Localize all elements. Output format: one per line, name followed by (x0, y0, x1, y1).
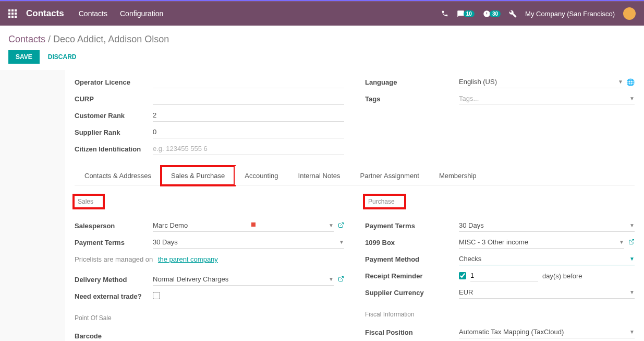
breadcrumb: Contacts / Deco Addict, Addison Olson (8, 34, 636, 45)
phone-icon[interactable] (441, 10, 448, 17)
breadcrumb-root[interactable]: Contacts (8, 34, 45, 44)
external-link-icon[interactable] (338, 276, 344, 284)
nav-configuration[interactable]: Configuration (120, 9, 163, 18)
supplier-rank-label: Supplier Rank (75, 128, 153, 136)
payment-method-label: Payment Method (365, 255, 459, 263)
salesperson-select[interactable] (153, 219, 334, 232)
curp-label: CURP (75, 95, 153, 103)
messages-icon[interactable]: 10 (457, 10, 475, 18)
language-select[interactable] (459, 76, 623, 88)
payment-method-select[interactable] (459, 253, 635, 265)
salesperson-label: Salesperson (75, 222, 153, 230)
caret-down-icon: ▼ (629, 256, 635, 262)
fiscal-position-select[interactable] (459, 326, 635, 338)
external-trade-label: Need external trade? (75, 292, 153, 300)
receipt-reminder-checkbox[interactable] (459, 272, 466, 279)
breadcrumb-current: Deco Addict, Addison Olson (53, 34, 169, 44)
receipt-reminder-days-input[interactable] (470, 270, 538, 281)
tabs: Contacts & Addresses Sales & Purchase Ac… (75, 166, 635, 185)
tab-internal-notes[interactable]: Internal Notes (288, 166, 350, 185)
caret-down-icon: ▼ (629, 289, 635, 295)
customer-rank-input[interactable] (153, 109, 344, 122)
external-trade-checkbox[interactable] (153, 292, 160, 299)
user-avatar[interactable] (623, 7, 636, 20)
receipt-reminder-label: Receipt Reminder (365, 272, 459, 280)
tab-accounting[interactable]: Accounting (235, 166, 288, 185)
sales-section-header: Sales (75, 196, 103, 207)
tab-sales-purchase[interactable]: Sales & Purchase (161, 166, 235, 185)
sales-payment-terms-label: Payment Terms (75, 239, 153, 246)
nav-contacts[interactable]: Contacts (79, 9, 107, 18)
receipt-reminder-suffix: day(s) before (542, 272, 582, 280)
curp-input[interactable] (153, 92, 344, 105)
language-label: Language (365, 78, 459, 86)
operator-licence-label: Operator Licence (75, 78, 153, 86)
box1099-label: 1099 Box (365, 239, 459, 246)
external-link-icon[interactable] (338, 222, 344, 230)
tab-membership[interactable]: Membership (429, 166, 487, 185)
supplier-currency-select[interactable] (459, 286, 635, 299)
box1099-select[interactable] (459, 236, 624, 249)
sales-payment-terms-select[interactable] (153, 236, 344, 249)
purchase-payment-terms-select[interactable] (459, 219, 635, 232)
tags-input[interactable]: Tags... (459, 92, 635, 105)
caret-down-icon: ▼ (619, 239, 624, 245)
caret-down-icon: ▼ (329, 276, 334, 282)
breadcrumb-bar: Contacts / Deco Addict, Addison Olson SA… (0, 26, 644, 70)
caret-down-icon: ▼ (329, 222, 334, 228)
tags-label: Tags (365, 95, 459, 103)
save-button[interactable]: SAVE (8, 50, 40, 64)
tab-partner-assignment[interactable]: Partner Assignment (350, 166, 429, 185)
caret-down-icon: ▼ (339, 239, 344, 245)
fiscal-position-label: Fiscal Position (365, 328, 459, 336)
supplier-currency-label: Supplier Currency (365, 289, 459, 297)
citizen-id-input[interactable] (153, 143, 344, 155)
discard-button[interactable]: DISCARD (48, 53, 77, 61)
pricelist-info: Pricelists are managed on the parent com… (75, 255, 344, 263)
messages-badge: 10 (464, 10, 475, 17)
activities-badge: 30 (490, 10, 501, 17)
app-brand[interactable]: Contacts (26, 8, 64, 19)
globe-icon[interactable]: 🌐 (626, 78, 635, 86)
caret-down-icon: ▼ (618, 79, 623, 85)
supplier-rank-input[interactable] (153, 126, 344, 138)
caret-down-icon: ▼ (629, 222, 635, 228)
fiscal-section-header: Fiscal Information (365, 311, 635, 319)
customer-rank-label: Customer Rank (75, 112, 153, 120)
navbar: Contacts Contacts Configuration 10 30 My… (0, 2, 644, 26)
apps-icon[interactable] (8, 9, 17, 18)
caret-down-icon: ▼ (629, 329, 635, 335)
citizen-id-label: Citizen Identification (75, 145, 153, 153)
caret-down-icon: ▼ (629, 96, 635, 101)
delivery-method-label: Delivery Method (75, 276, 153, 284)
tab-contacts-addresses[interactable]: Contacts & Addresses (75, 166, 161, 185)
operator-licence-input[interactable] (153, 76, 344, 88)
purchase-payment-terms-label: Payment Terms (365, 222, 459, 230)
barcode-input[interactable] (153, 330, 344, 341)
purchase-section-header: Purchase (365, 196, 404, 207)
developer-icon[interactable] (509, 10, 517, 18)
barcode-label: Barcode (75, 332, 153, 340)
pos-section-header: Point Of Sale (75, 314, 344, 323)
delivery-method-select[interactable] (153, 273, 334, 286)
external-link-icon[interactable] (628, 239, 635, 246)
parent-company-link[interactable]: the parent company (158, 255, 218, 263)
status-dot-icon (251, 222, 256, 227)
left-rail (0, 70, 65, 341)
activities-icon[interactable]: 30 (483, 10, 501, 18)
company-switcher[interactable]: My Company (San Francisco) (525, 10, 615, 18)
